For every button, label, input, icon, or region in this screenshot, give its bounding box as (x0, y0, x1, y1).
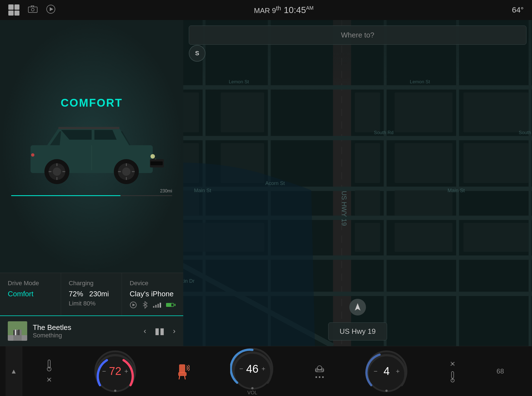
up-arrow-icon[interactable]: ▲ (11, 367, 17, 375)
svg-rect-55 (355, 92, 380, 132)
weather-icon (314, 365, 325, 373)
left-temp-minus[interactable]: − (102, 367, 106, 375)
right-fan-minus[interactable]: − (373, 367, 377, 375)
charging-limit: Limit 80% (69, 300, 114, 307)
device-col: Device Clay's iPhone (122, 273, 183, 315)
device-name: Clay's iPhone (130, 290, 175, 298)
drive-mode-value[interactable]: Comfort (8, 290, 53, 298)
svg-rect-82 (48, 360, 50, 368)
svg-rect-66 (355, 223, 380, 252)
svg-marker-28 (132, 304, 135, 306)
camera-icon[interactable] (28, 5, 38, 15)
bluetooth-icon[interactable] (142, 301, 148, 309)
grid-icon[interactable] (8, 4, 19, 16)
map-panel: US HWY 19 Main St Acorn St Main St Illin… (183, 20, 532, 346)
search-placeholder: Where to? (341, 31, 374, 39)
next-button[interactable]: › (173, 327, 175, 335)
svg-rect-68 (463, 223, 529, 252)
time-value: 10:45 (284, 5, 306, 15)
vol-dial[interactable]: − 46 + (230, 347, 275, 391)
right-temp-side-value: 68 (496, 367, 504, 375)
svg-rect-88 (179, 364, 185, 373)
fan-icon-right (448, 359, 457, 368)
bottom-left-panel: ▲ (6, 346, 22, 396)
svg-rect-58 (395, 143, 453, 183)
svg-rect-57 (395, 92, 453, 132)
left-temp-icons (45, 359, 54, 384)
signal-icon (153, 302, 161, 308)
compass-label: S (195, 50, 199, 57)
fan-icon-left (45, 375, 54, 384)
top-bar: MAR 9th 10:45AM 64° (0, 0, 532, 20)
vol-value: 46 (245, 363, 259, 375)
vol-minus[interactable]: − (239, 365, 243, 373)
dots (315, 376, 324, 378)
drive-mode-display: COMFORT (61, 97, 122, 109)
left-temp-value: 72 (108, 365, 122, 377)
vol-plus[interactable]: + (262, 365, 265, 373)
svg-marker-1 (31, 6, 34, 7)
svg-line-90 (179, 376, 180, 379)
seat-heater-icon[interactable] (177, 363, 191, 380)
left-temp-plus[interactable]: + (124, 367, 128, 375)
range-bar-container: 230mi (6, 187, 178, 196)
drive-mode-col: Drive Mode Comfort (0, 273, 61, 315)
svg-point-2 (31, 8, 34, 11)
center-icons (314, 365, 325, 378)
time-super: AM (306, 5, 313, 11)
car-svg (14, 112, 169, 184)
svg-text:Main St: Main St (448, 187, 465, 193)
nav-arrow (349, 299, 366, 315)
compass[interactable]: S (189, 45, 205, 62)
svg-point-100 (452, 363, 453, 365)
svg-marker-4 (50, 7, 53, 11)
right-fan-dial-group: − 4 + (364, 349, 409, 394)
stats-section: Drive Mode Comfort Charging 72% 230mi Li… (0, 273, 183, 315)
datetime-display: MAR 9th 10:45AM (254, 5, 314, 15)
seat-icon (177, 363, 191, 380)
thermometer-icon (45, 359, 53, 372)
battery-icon (166, 303, 175, 307)
svg-rect-64 (355, 190, 380, 215)
svg-rect-23 (150, 161, 163, 165)
right-fan-dial[interactable]: − 4 + (364, 349, 409, 394)
prev-button[interactable]: ‹ (144, 327, 146, 335)
play-icon[interactable] (46, 4, 56, 16)
top-bar-left (8, 4, 56, 16)
svg-rect-67 (395, 223, 453, 252)
main-layout: COMFORT (0, 20, 532, 346)
vol-dial-inner: − 46 + (230, 347, 275, 391)
svg-rect-53 (221, 92, 264, 132)
right-fan-plus[interactable]: + (396, 367, 400, 375)
charging-label: Charging (69, 280, 114, 287)
time-text: 10:45AM (284, 5, 313, 15)
bottom-controls: − 72 + (22, 346, 526, 396)
svg-line-91 (185, 376, 185, 379)
thermometer-right-icon (449, 371, 456, 383)
device-label: Device (130, 280, 175, 287)
svg-rect-24 (58, 127, 119, 129)
music-controls: ‹ ▮▮ › (144, 326, 175, 336)
play-small-icon[interactable] (130, 301, 137, 309)
charging-range: 230mi (89, 290, 109, 298)
range-bar (11, 195, 172, 196)
temperature-display: 64° (512, 6, 524, 14)
svg-text:Justin Dr: Justin Dr (183, 278, 194, 284)
date-super: th (276, 5, 281, 12)
right-icons (448, 359, 457, 383)
album-art (8, 321, 27, 341)
map-search-bar[interactable]: Where to? (189, 26, 526, 45)
drive-mode-label: Drive Mode (8, 280, 53, 287)
right-fan-dial-inner: − 4 + (364, 349, 409, 394)
charging-value: 72% 230mi (69, 290, 114, 298)
range-bar-fill (11, 195, 121, 196)
pause-button[interactable]: ▮▮ (155, 326, 165, 336)
left-temp-dial[interactable]: − 72 + (93, 349, 137, 394)
svg-rect-89 (178, 372, 187, 376)
svg-point-11 (122, 167, 131, 176)
date-value: MAR 9 (254, 6, 276, 15)
svg-marker-81 (355, 303, 360, 310)
svg-text:Main St: Main St (194, 187, 211, 193)
map-background: US HWY 19 Main St Acorn St Main St Illin… (183, 20, 532, 346)
right-fan-value: 4 (380, 365, 393, 377)
